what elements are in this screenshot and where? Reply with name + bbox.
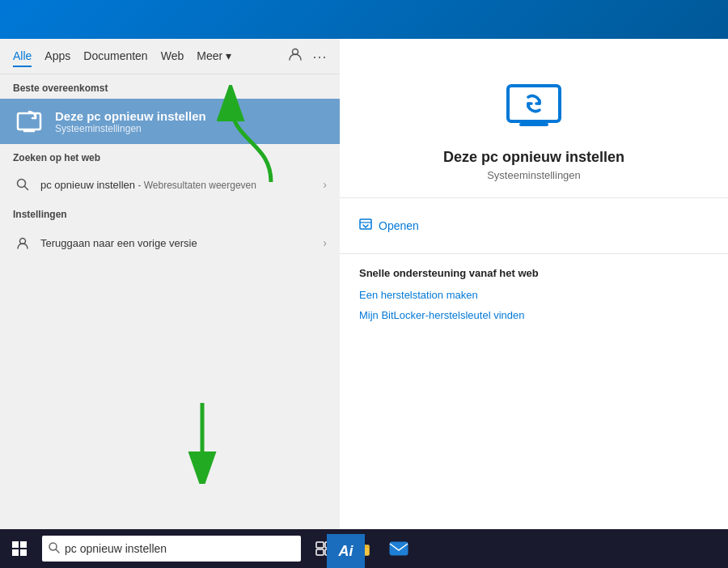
right-subtitle: Systeeminstellingen xyxy=(487,169,581,181)
taskbar: pc opnieuw instellen Ai xyxy=(0,529,728,568)
svg-rect-12 xyxy=(20,541,27,548)
web-search-item[interactable]: pc opnieuw instellen - Webresultaten wee… xyxy=(0,168,340,201)
settings-icon xyxy=(13,233,32,252)
quick-link-0[interactable]: Een herstelstation maken xyxy=(359,289,709,301)
svg-line-3 xyxy=(25,187,28,190)
tabs-actions: ⋯ xyxy=(288,47,327,66)
more-icon[interactable]: ⋯ xyxy=(312,48,327,66)
quick-header: Snelle ondersteuning vanaf het web xyxy=(359,267,709,279)
search-popup: Alle Apps Documenten Web Meer ▾ ⋯ Beste … xyxy=(0,39,728,529)
best-match-item[interactable]: Deze pc opnieuw instellen Systeeminstell… xyxy=(0,99,340,144)
right-title: Deze pc opnieuw instellen xyxy=(443,149,624,166)
right-big-icon xyxy=(502,71,566,136)
tabs-list: Alle Apps Documenten Web Meer ▾ xyxy=(13,46,231,67)
tab-meer[interactable]: Meer ▾ xyxy=(197,46,231,67)
right-quick-section: Snelle ondersteuning vanaf het web Een h… xyxy=(340,254,728,342)
mail-button[interactable] xyxy=(382,532,416,566)
tab-documenten[interactable]: Documenten xyxy=(83,46,147,67)
svg-line-16 xyxy=(56,549,59,553)
best-match-text: Deze pc opnieuw instellen Systeeminstell… xyxy=(55,109,206,134)
settings-item-label-0: Teruggaan naar een vorige versie xyxy=(40,237,323,249)
open-action[interactable]: Openen xyxy=(359,211,709,240)
right-actions: Openen xyxy=(340,198,728,254)
tab-alle[interactable]: Alle xyxy=(13,46,32,67)
web-search-header: Zoeken op het web xyxy=(0,144,340,168)
svg-rect-5 xyxy=(508,86,560,121)
tab-apps[interactable]: Apps xyxy=(44,46,70,67)
open-label: Openen xyxy=(379,219,419,232)
tabs-bar: Alle Apps Documenten Web Meer ▾ ⋯ xyxy=(0,39,340,74)
best-match-title: Deze pc opnieuw instellen xyxy=(55,109,206,123)
search-icon xyxy=(13,175,32,194)
settings-item-arrow-0: › xyxy=(323,236,327,249)
svg-rect-14 xyxy=(20,549,27,556)
svg-rect-1 xyxy=(18,113,40,129)
start-button[interactable] xyxy=(0,529,39,568)
right-content-area: Deze pc opnieuw instellen Systeeminstell… xyxy=(340,39,728,198)
settings-header: Instellingen xyxy=(0,201,340,225)
svg-rect-17 xyxy=(316,542,324,548)
web-search-arrow: › xyxy=(323,178,327,191)
tab-web[interactable]: Web xyxy=(161,46,184,67)
web-query: pc opnieuw instellen xyxy=(40,179,135,191)
web-suffix: - Webresultaten weergeven xyxy=(135,180,256,191)
quick-link-1[interactable]: Mijn BitLocker-herstelsleutel vinden xyxy=(359,309,709,321)
web-search-text: pc opnieuw instellen - Webresultaten wee… xyxy=(40,179,323,191)
ai-button[interactable]: Ai xyxy=(327,534,365,568)
taskbar-search-box[interactable]: pc opnieuw instellen xyxy=(42,536,301,562)
reset-pc-icon xyxy=(13,105,45,138)
settings-item-0[interactable]: Teruggaan naar een vorige versie › xyxy=(0,225,340,261)
svg-rect-21 xyxy=(390,542,408,555)
taskbar-search-icon xyxy=(49,542,60,556)
svg-rect-13 xyxy=(12,549,19,556)
left-panel: Alle Apps Documenten Web Meer ▾ ⋯ Beste … xyxy=(0,39,340,529)
taskbar-search-input[interactable]: pc opnieuw instellen xyxy=(65,542,294,555)
svg-rect-19 xyxy=(316,549,324,555)
right-panel: Deze pc opnieuw instellen Systeeminstell… xyxy=(340,39,728,529)
svg-rect-11 xyxy=(12,541,19,548)
person-icon[interactable] xyxy=(288,47,303,66)
open-icon xyxy=(359,218,372,234)
best-match-header: Beste overeenkomst xyxy=(0,74,340,99)
best-match-subtitle: Systeeminstellingen xyxy=(55,123,206,134)
